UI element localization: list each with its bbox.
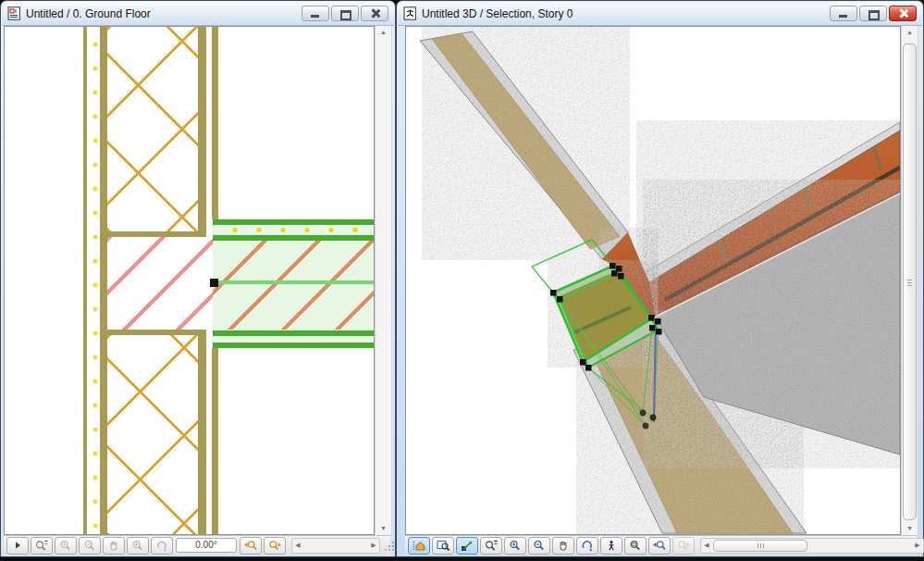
floor-plan-canvas[interactable] [4,26,375,535]
wall-finish-line-lower [212,348,218,535]
next-view-button[interactable] [672,537,695,555]
three-d-toolbar: ◀ ▶ [405,535,917,555]
scroll-right-icon[interactable]: ▶ [912,539,923,553]
scroll-left-icon[interactable]: ◀ [292,539,303,553]
minimize-button[interactable] [302,6,329,21]
close-icon [899,9,907,18]
previous-zoom-button[interactable] [240,537,262,555]
fit-in-window-icon [131,540,145,552]
minimize-icon [311,15,319,18]
zoom-in-icon [59,540,73,552]
minimize-icon [839,15,847,18]
maximize-icon [340,10,351,20]
zoom-combined-icon [35,540,49,552]
wall-insulation-hatch-upper [107,27,198,231]
close-button[interactable] [361,6,388,21]
horizontal-scrollbar[interactable]: ◀ ▶ [700,538,924,554]
zoom-in-icon [509,540,523,552]
scroll-up-icon[interactable]: ▲ [902,26,918,39]
slab-top-edge-line-1 [213,219,375,225]
zoom-combined-button[interactable] [480,537,502,555]
slab-selection-handle[interactable] [210,279,218,287]
three-d-titlebar[interactable]: Untitled 3D / Selection, Story 0 [398,2,922,26]
navigation-mode-icon [461,540,474,552]
pan-hand-icon [557,540,570,552]
previous-view-icon [652,540,667,552]
flyout-arrow-icon [12,540,23,551]
slab-reference-line [216,280,375,284]
floor-plan-titlebar[interactable]: Untitled / 0. Ground Floor [2,2,394,26]
wall-finish-line-upper [212,27,218,219]
wall-inner-leaf-line-lower [198,335,206,535]
vertical-scrollbar[interactable]: ▲ ▼ [375,26,392,535]
desktop: { "left_window": { "title": "Untitled / … [0,0,924,561]
zoom-out-icon [533,540,547,552]
window-title: Untitled 3D / Selection, Story 0 [422,7,830,20]
pan-button[interactable] [552,537,574,555]
maximize-button[interactable] [859,6,887,21]
flyout-button[interactable] [6,537,29,555]
three-d-scene [406,27,900,534]
explore-button[interactable] [600,537,622,555]
wall-cap-line-bottom [100,330,206,335]
thumb-grip [907,282,912,283]
maximize-button[interactable] [331,6,359,21]
wall-outer-face-line [83,27,87,535]
scroll-left-icon[interactable]: ◀ [701,539,712,553]
slab-membrane-dots [216,226,375,234]
floor-plan-window: Untitled / 0. Ground Floor ▲ ▼ [0,0,396,557]
three-d-canvas[interactable] [405,26,901,535]
vertical-scrollbar-thumb[interactable] [903,44,917,520]
minimize-button[interactable] [830,6,857,21]
slab-bottom-edge-line-2 [213,343,375,348]
pan-button[interactable] [103,537,125,555]
zoom-combined-icon [485,540,499,552]
zoom-out-button[interactable] [79,537,101,555]
rotate-view-icon [155,540,168,552]
horizontal-scrollbar[interactable]: ◀ ▶ [291,538,380,554]
vertical-scrollbar[interactable]: ▲ ▼ [901,26,918,535]
zoom-out-icon [83,540,97,552]
thumb-grip [760,543,761,548]
rotation-angle-field[interactable]: 0.00° [176,538,237,553]
previous-view-button[interactable] [648,537,671,555]
three-d-document-icon [403,6,417,20]
orbit-button[interactable] [576,537,598,555]
navigation-mode-button[interactable] [456,537,478,555]
projection-settings-icon [413,540,425,552]
slab-bottom-edge-line-1 [213,330,375,336]
next-zoom-button[interactable] [264,537,286,555]
three-d-window: Untitled 3D / Selection, Story 0 [396,0,924,557]
resize-grip[interactable] [384,541,394,551]
wall-insulation-hatch-lower [107,335,198,535]
next-zoom-icon [267,540,282,552]
previous-zoom-icon [243,540,258,552]
zoom-out-button[interactable] [528,537,550,555]
maximize-icon [869,10,880,20]
horizontal-scrollbar-thumb[interactable] [713,540,807,552]
zoom-in-button[interactable] [55,537,77,555]
close-icon [371,9,379,18]
projection-settings-button[interactable] [408,537,430,555]
wall-inner-leaf-line-upper [198,27,206,231]
fit-in-window-button[interactable] [624,537,647,555]
orbit-icon [581,540,594,552]
scroll-down-icon[interactable]: ▼ [376,522,391,535]
slab-hatch-in-wall [107,237,213,330]
pan-hand-icon [107,540,120,552]
scroll-right-icon[interactable]: ▶ [368,539,379,553]
window-title: Untitled / 0. Ground Floor [26,7,302,20]
zoom-window-button[interactable] [432,537,454,555]
fit-in-window-button[interactable] [127,537,149,555]
close-button[interactable] [889,6,917,21]
slab-top-edge-line-2 [213,235,375,241]
wall-face-line [100,27,107,535]
zoom-combined-button[interactable] [31,537,53,555]
scroll-up-icon[interactable]: ▲ [376,26,391,39]
floor-plan-document-icon [7,6,21,20]
rotate-view-button[interactable] [151,537,173,555]
scroll-down-icon[interactable]: ▼ [902,522,918,535]
next-view-icon [676,540,691,552]
zoom-window-icon [437,540,450,552]
zoom-in-button[interactable] [504,537,526,555]
